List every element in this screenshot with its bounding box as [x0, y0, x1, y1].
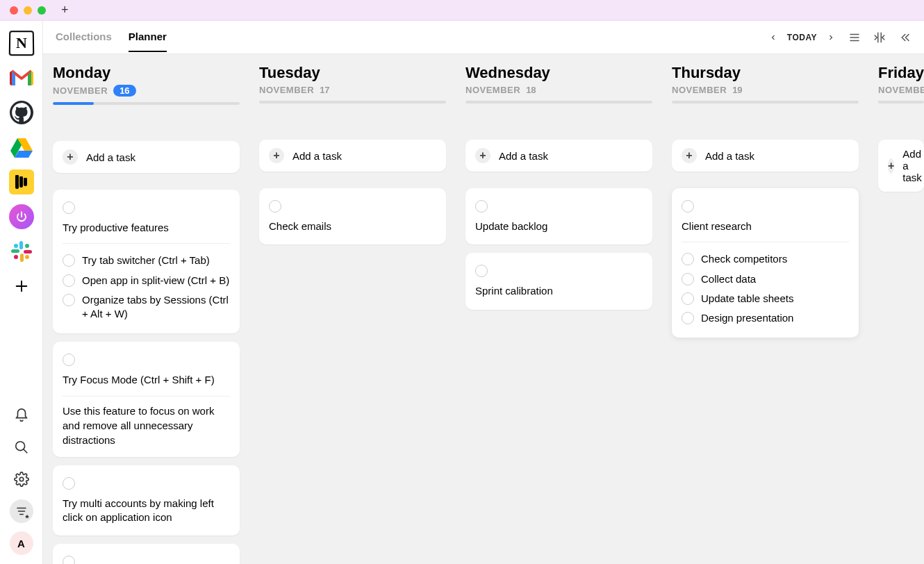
prev-day-button[interactable] — [768, 32, 779, 43]
task-title: Try multi accounts by making left click … — [63, 497, 230, 525]
subtask-title: Try tab switcher (Ctrl + Tab) — [82, 254, 210, 267]
task-title: Client research — [682, 219, 752, 233]
collapse-width-icon[interactable] — [873, 31, 886, 44]
notifications-icon[interactable] — [9, 403, 34, 428]
svg-point-10 — [19, 477, 24, 481]
plus-icon: + — [269, 148, 284, 163]
search-icon[interactable] — [9, 435, 34, 460]
day-name: Wednesday — [465, 64, 652, 82]
day-progress — [672, 101, 859, 103]
add-task-label: Add a task — [499, 150, 548, 162]
day-month: NOVEMBER — [465, 85, 520, 95]
user-avatar[interactable]: A — [9, 531, 34, 556]
app-power[interactable] — [8, 203, 35, 231]
day-column: MondayNOVEMBER16+Add a taskTry productiv… — [43, 54, 249, 564]
app-gmail[interactable] — [8, 64, 35, 92]
task-checkbox[interactable] — [63, 556, 75, 564]
app-notion[interactable]: N — [8, 29, 35, 57]
plus-icon: + — [475, 148, 490, 163]
subtask-checkbox[interactable] — [682, 273, 694, 285]
subtask-checkbox[interactable] — [63, 254, 75, 267]
window-close-button[interactable] — [10, 6, 18, 15]
subtask-checkbox[interactable] — [63, 294, 75, 306]
add-task-label: Add a task — [902, 148, 922, 183]
filter-icon[interactable] — [9, 499, 34, 524]
subtask-title: Organize tabs by Sessions (Ctrl + Alt + … — [82, 293, 230, 322]
subtask-title: Update table sheets — [701, 292, 793, 306]
next-day-button[interactable] — [825, 32, 836, 43]
day-date: 18 — [526, 85, 536, 95]
svg-point-9 — [15, 442, 24, 451]
task-title: Check emails — [269, 219, 331, 233]
svg-rect-4 — [24, 250, 32, 254]
subtask-checkbox[interactable] — [682, 253, 694, 265]
window-minimize-button[interactable] — [24, 6, 32, 15]
subtask-checkbox[interactable] — [63, 274, 75, 287]
day-column: ThursdayNOVEMBER19+Add a taskClient rese… — [662, 54, 868, 564]
day-name: Friday — [878, 64, 924, 82]
day-progress — [53, 102, 240, 105]
task-card[interactable]: Update backlog — [465, 188, 652, 244]
app-slack[interactable] — [8, 238, 35, 265]
task-card[interactable]: Add new task by clicking (+) icon in Pla… — [53, 544, 240, 564]
menu-icon[interactable] — [848, 31, 861, 44]
task-title: Try productive features — [63, 221, 169, 235]
window-titlebar: + — [0, 0, 924, 21]
tab-planner[interactable]: Planner — [129, 22, 167, 52]
window-maximize-button[interactable] — [38, 6, 46, 15]
topbar: Collections Planner TODAY — [43, 21, 924, 54]
task-checkbox[interactable] — [63, 354, 75, 366]
plus-icon: + — [682, 148, 697, 163]
task-card[interactable]: Check emails — [259, 188, 446, 244]
task-card[interactable]: Client researchCheck competitorsCollect … — [672, 188, 859, 338]
today-button[interactable]: TODAY — [787, 33, 817, 42]
add-task-button[interactable]: +Add a task — [672, 140, 859, 172]
day-month: NOVEMBER — [53, 85, 108, 96]
new-tab-button[interactable]: + — [61, 3, 69, 16]
task-checkbox[interactable] — [475, 200, 488, 213]
planner-board: MondayNOVEMBER16+Add a taskTry productiv… — [43, 54, 924, 564]
app-miro[interactable] — [8, 168, 35, 196]
add-app-button[interactable] — [8, 272, 35, 300]
add-task-button[interactable]: +Add a task — [878, 140, 924, 192]
settings-icon[interactable] — [9, 467, 34, 492]
tab-collections[interactable]: Collections — [56, 22, 112, 52]
day-column: TuesdayNOVEMBER17+Add a taskCheck emails — [249, 54, 456, 564]
task-card[interactable]: Sprint calibration — [465, 253, 652, 309]
day-name: Monday — [53, 64, 240, 82]
day-column: FridayNOVEMBE+Add a task — [868, 54, 924, 564]
task-checkbox[interactable] — [63, 477, 75, 490]
subtask-title: Collect data — [701, 272, 756, 286]
day-progress — [878, 101, 924, 103]
day-name: Tuesday — [259, 64, 446, 82]
add-task-label: Add a task — [705, 150, 754, 162]
subtask-checkbox[interactable] — [682, 312, 694, 324]
subtask-title: Design presentation — [701, 311, 793, 325]
collapse-panel-icon[interactable] — [898, 31, 911, 44]
app-github[interactable] — [8, 99, 35, 126]
day-month: NOVEMBER — [672, 85, 727, 95]
app-google-drive[interactable] — [8, 133, 35, 161]
subtask-title: Open app in split-view (Ctrl + B) — [82, 274, 229, 288]
day-progress — [259, 101, 446, 103]
subtask-checkbox[interactable] — [682, 292, 694, 305]
plus-icon: + — [888, 158, 894, 174]
task-card[interactable]: Try multi accounts by making left click … — [53, 465, 240, 536]
task-title: Try Focus Mode (Ctrl + Shift + F) — [63, 373, 215, 387]
task-note: Use this feature to focus on work and re… — [63, 404, 230, 447]
plus-icon: + — [63, 149, 78, 165]
day-date: 17 — [320, 85, 329, 95]
task-checkbox[interactable] — [269, 200, 281, 213]
task-checkbox[interactable] — [682, 200, 694, 213]
add-task-button[interactable]: +Add a task — [259, 140, 446, 172]
add-task-button[interactable]: +Add a task — [53, 141, 240, 173]
add-task-button[interactable]: +Add a task — [465, 140, 652, 172]
add-task-label: Add a task — [86, 151, 135, 163]
task-checkbox[interactable] — [475, 265, 488, 277]
subtask-title: Check competitors — [701, 252, 787, 266]
svg-point-6 — [25, 244, 29, 248]
task-card[interactable]: Try Focus Mode (Ctrl + Shift + F)Use thi… — [53, 342, 240, 456]
day-month: NOVEMBE — [878, 85, 924, 95]
task-card[interactable]: Try productive featuresTry tab switcher … — [53, 190, 240, 333]
task-checkbox[interactable] — [63, 201, 75, 214]
